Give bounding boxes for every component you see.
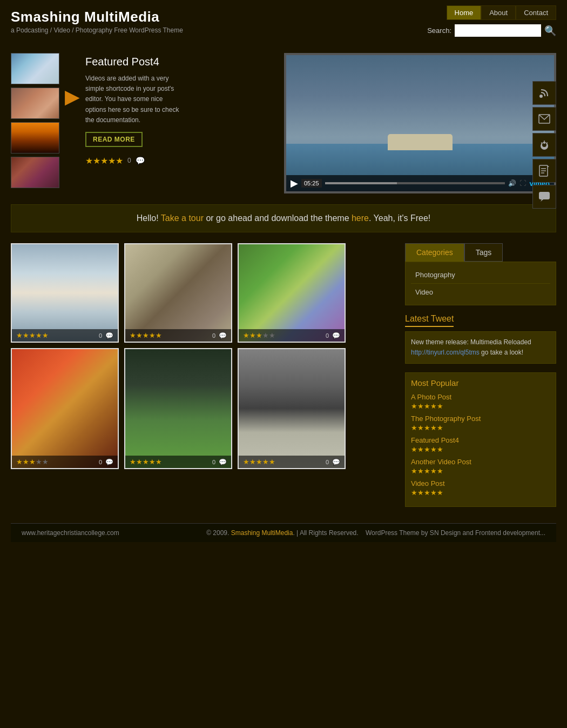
post-card-1[interactable]: ★★★★★ 0 💬: [11, 243, 119, 343]
announcement-prefix: Hello!: [137, 213, 161, 223]
tweet-box: New theme release: Multimedia Reloaded h…: [405, 331, 556, 364]
social-icons-bar: [532, 81, 556, 209]
svg-line-6: [546, 143, 548, 143]
post-6-comment-count: 0: [326, 459, 329, 465]
doc-icon[interactable]: [532, 159, 556, 183]
download-link[interactable]: here: [352, 213, 369, 223]
popular-post-5-stars: ★★★★★: [411, 489, 443, 497]
svg-line-7: [541, 143, 542, 143]
post-3-comment-icon: 💬: [332, 332, 340, 339]
nav-home[interactable]: Home: [447, 5, 482, 20]
featured-arrow-icon: ▶: [62, 53, 83, 141]
categories-content: Photography Video: [405, 262, 556, 305]
site-subtitle: a Podcasting / Video / Photography Free …: [11, 26, 183, 34]
post-1-comment-count: 0: [99, 332, 102, 339]
featured-comment-count: 0: [127, 157, 131, 164]
svg-rect-13: [539, 192, 550, 199]
search-label: Search:: [427, 26, 451, 35]
twitter-icon[interactable]: [532, 133, 556, 157]
popular-item-5: Video Post ★★★★★: [411, 479, 550, 497]
featured-post-description: Videos are added with a very simple shor…: [85, 74, 183, 125]
read-more-button[interactable]: READ MORE: [85, 132, 143, 147]
post-1-stars: ★★★★★: [16, 331, 49, 339]
svg-point-0: [539, 95, 543, 98]
categories-tags-section: Categories Tags Photography Video: [405, 243, 556, 305]
main-nav: Home About Contact: [447, 5, 556, 20]
svg-marker-14: [541, 199, 543, 202]
most-popular-heading: Most Popular: [411, 378, 550, 388]
tab-categories[interactable]: Categories: [405, 243, 464, 262]
featured-rating: ★★★★★ 0 💬: [85, 156, 183, 166]
popular-post-5-title[interactable]: Video Post: [411, 479, 550, 487]
featured-thumb-1[interactable]: [11, 53, 59, 84]
posts-row-2: ★★★★★ 0 💬 ★★★★★ 0 💬: [11, 348, 394, 469]
featured-video-player[interactable]: ▶ 05:25 🔊 ⛶ vimeo: [284, 53, 556, 193]
footer-brand-link[interactable]: Smashing MultiMedia: [231, 529, 293, 537]
popular-item-1: A Photo Post ★★★★★: [411, 393, 550, 410]
video-fullscreen-icon[interactable]: ⛶: [519, 179, 526, 187]
popular-post-3-title[interactable]: Featured Post4: [411, 436, 550, 444]
featured-post-title: Featured Post4: [85, 56, 183, 68]
svg-marker-12: [548, 165, 549, 167]
post-2-comment-count: 0: [212, 332, 215, 339]
post-3-comment-count: 0: [326, 332, 329, 339]
announcement-mid: or go ahead and download the theme: [204, 213, 352, 223]
most-popular-section: Most Popular A Photo Post ★★★★★ The Phot…: [405, 372, 556, 507]
category-video[interactable]: Video: [411, 285, 550, 299]
post-card-3[interactable]: ★★★★★ 0 💬: [238, 243, 346, 343]
featured-stars: ★★★★★: [85, 156, 123, 166]
popular-post-4-title[interactable]: Another Video Post: [411, 458, 550, 466]
site-title: Smashing MultiMedia: [11, 9, 183, 25]
footer-copyright: © 2009. Smashing MultiMedia. | All Right…: [206, 529, 545, 537]
tweet-link[interactable]: http://tinyurl.com/ql5tms: [411, 349, 480, 356]
announcement-bar: Hello! Take a tour or go ahead and downl…: [11, 204, 556, 232]
comment-sidebar-icon[interactable]: [532, 185, 556, 209]
featured-thumb-3[interactable]: [11, 122, 59, 153]
video-timestamp: 05:25: [301, 179, 322, 188]
popular-item-4: Another Video Post ★★★★★: [411, 458, 550, 475]
rss-icon[interactable]: [532, 81, 556, 105]
video-volume-icon[interactable]: 🔊: [508, 179, 516, 187]
popular-post-1-stars: ★★★★★: [411, 402, 443, 410]
featured-thumb-2[interactable]: [11, 88, 59, 119]
take-tour-link[interactable]: Take a tour: [161, 213, 204, 223]
video-progress-bar[interactable]: [325, 182, 505, 184]
posts-grid: ★★★★★ 0 💬 ★★★★★ 0 💬: [11, 243, 394, 507]
post-6-stars: ★★★★★: [243, 458, 275, 466]
mail-icon[interactable]: [532, 107, 556, 131]
latest-tweet-heading: Latest Tweet: [405, 314, 454, 327]
post-2-stars: ★★★★★: [130, 331, 162, 339]
post-card-6[interactable]: ★★★★★ 0 💬: [238, 348, 346, 469]
search-icon[interactable]: 🔍: [544, 25, 556, 37]
post-4-stars: ★★★★★: [16, 458, 49, 466]
post-card-2[interactable]: ★★★★★ 0 💬: [124, 243, 232, 343]
search-input[interactable]: [455, 24, 541, 37]
popular-post-2-stars: ★★★★★: [411, 424, 443, 432]
post-4-comment-count: 0: [99, 459, 102, 465]
video-play-button[interactable]: ▶: [291, 177, 298, 189]
posts-row-1: ★★★★★ 0 💬 ★★★★★ 0 💬: [11, 243, 394, 343]
post-card-5[interactable]: ★★★★★ 0 💬: [124, 348, 232, 469]
footer-website: www.heritagechristiancollege.com: [22, 529, 119, 537]
latest-tweet-section: Latest Tweet New theme release: Multimed…: [405, 314, 556, 364]
svg-point-4: [543, 142, 545, 144]
featured-comment-icon: 💬: [136, 156, 145, 165]
popular-post-2-title[interactable]: The Photography Post: [411, 415, 550, 423]
tab-bar: Categories Tags: [405, 243, 556, 262]
nav-about[interactable]: About: [481, 5, 516, 20]
featured-thumbnails: [11, 53, 59, 188]
footer: www.heritagechristiancollege.com © 2009.…: [11, 523, 556, 542]
announcement-suffix: . Yeah, it's Free!: [369, 213, 430, 223]
right-sidebar: Categories Tags Photography Video Latest…: [405, 243, 556, 507]
popular-post-3-stars: ★★★★★: [411, 445, 443, 453]
post-card-4[interactable]: ★★★★★ 0 💬: [11, 348, 119, 469]
nav-contact[interactable]: Contact: [516, 5, 556, 20]
popular-post-1-title[interactable]: A Photo Post: [411, 393, 550, 401]
post-5-comment-icon: 💬: [219, 458, 227, 466]
post-3-stars: ★★★★★: [243, 331, 275, 339]
featured-thumb-4[interactable]: [11, 157, 59, 188]
tab-tags[interactable]: Tags: [464, 243, 503, 262]
tweet-suffix: go take a look!: [480, 349, 523, 356]
popular-item-2: The Photography Post ★★★★★: [411, 415, 550, 432]
category-photography[interactable]: Photography: [411, 268, 550, 282]
